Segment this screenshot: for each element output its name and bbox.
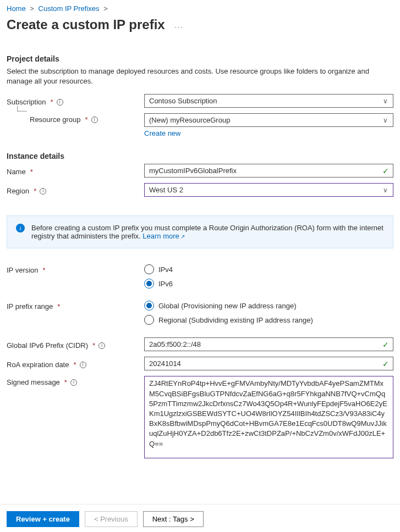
ip-version-label: IP version xyxy=(7,266,39,274)
name-input[interactable] xyxy=(144,164,393,178)
chevron-right-icon: > xyxy=(30,4,34,13)
ip-version-ipv6[interactable]: IPv6 xyxy=(144,278,393,289)
breadcrumb: Home > Custom IP Prefixes > xyxy=(7,4,393,13)
learn-more-link[interactable]: Learn more↗ xyxy=(143,232,184,240)
required-icon: * xyxy=(92,341,95,350)
required-icon: * xyxy=(85,115,88,124)
section-project-desc: Select the subscription to manage deploy… xyxy=(7,66,381,86)
required-icon: * xyxy=(57,302,60,311)
info-icon[interactable]: i xyxy=(57,99,63,106)
more-actions-icon[interactable]: ··· xyxy=(174,23,184,31)
name-label: Name xyxy=(7,168,26,176)
cidr-input[interactable] xyxy=(144,337,393,351)
required-icon: * xyxy=(73,361,76,369)
info-box: i Before creating a custom IP prefix you… xyxy=(7,215,393,248)
region-label: Region xyxy=(7,187,29,195)
required-icon: * xyxy=(30,168,33,176)
radio-icon xyxy=(144,315,154,325)
info-box-text: Before creating a custom IP prefix you m… xyxy=(31,224,383,240)
required-icon: * xyxy=(43,266,46,274)
info-icon[interactable]: i xyxy=(40,188,46,195)
info-icon[interactable]: i xyxy=(98,342,105,349)
required-icon: * xyxy=(51,98,53,106)
breadcrumb-home[interactable]: Home xyxy=(7,4,26,13)
info-icon[interactable]: i xyxy=(91,117,98,123)
section-instance-title: Instance details xyxy=(7,152,393,160)
required-icon: * xyxy=(34,187,36,195)
roa-label: RoA expiration date xyxy=(7,361,69,369)
ip-range-global[interactable]: Global (Provisioning new IP address rang… xyxy=(144,300,393,311)
chevron-right-icon: > xyxy=(103,4,108,13)
signed-label: Signed message xyxy=(7,378,60,386)
info-icon[interactable]: i xyxy=(80,362,86,368)
resource-group-label: Resource group xyxy=(30,115,81,124)
ip-range-regional[interactable]: Regional (Subdividing existing IP addres… xyxy=(144,314,393,325)
ip-version-ipv4[interactable]: IPv4 xyxy=(144,264,393,275)
roa-input[interactable] xyxy=(144,357,393,370)
ip-prefix-range-label: IP prefix range xyxy=(7,302,53,311)
region-select[interactable]: West US 2 xyxy=(144,183,393,197)
review-create-button[interactable]: Review + create xyxy=(7,511,79,527)
required-icon: * xyxy=(64,378,67,386)
signed-message-input[interactable] xyxy=(144,376,393,458)
create-new-link[interactable]: Create new xyxy=(144,129,180,137)
subscription-label: Subscription xyxy=(7,98,46,106)
page-title: Create a custom IP prefix xyxy=(7,17,165,32)
radio-icon xyxy=(144,301,154,311)
cidr-label: Global IPv6 Prefix (CIDR) xyxy=(7,341,88,350)
section-project-title: Project details xyxy=(7,54,393,63)
info-icon[interactable]: i xyxy=(70,379,77,386)
breadcrumb-custom-ip[interactable]: Custom IP Prefixes xyxy=(39,4,100,13)
previous-button: < Previous xyxy=(85,511,138,527)
subscription-select[interactable]: Contoso Subscription xyxy=(144,94,393,108)
external-link-icon: ↗ xyxy=(180,234,185,240)
info-icon: i xyxy=(16,224,25,232)
radio-icon xyxy=(144,264,154,274)
resource-group-select[interactable]: (New) myResourceGroup xyxy=(144,113,393,127)
next-button[interactable]: Next : Tags > xyxy=(143,511,204,527)
footer: Review + create < Previous Next : Tags > xyxy=(0,504,400,532)
radio-icon xyxy=(144,279,154,289)
